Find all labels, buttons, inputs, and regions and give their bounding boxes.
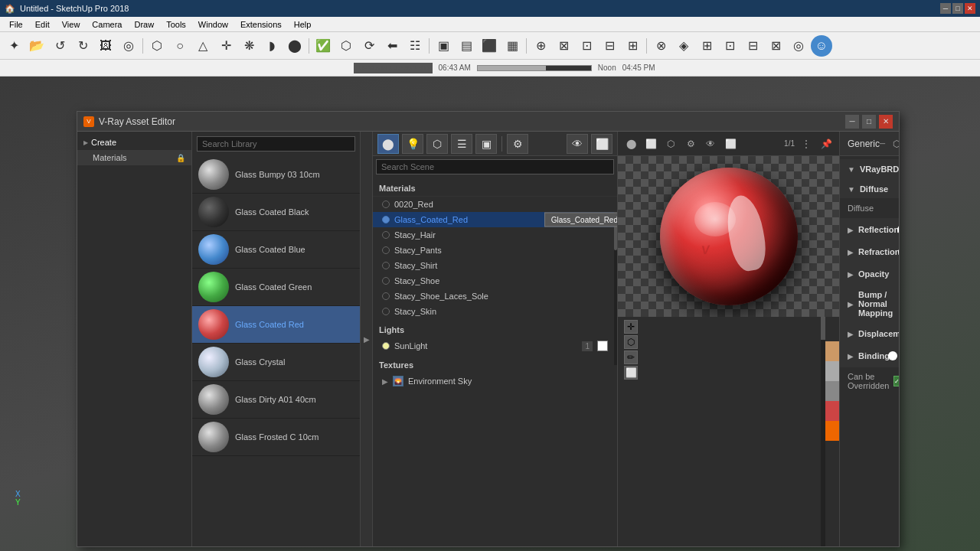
vray-maximize-button[interactable]: □ (862, 115, 876, 129)
tb-orbit[interactable]: ✅ (312, 35, 334, 57)
preview-tb-gear-icon[interactable]: ⚙ (682, 135, 699, 152)
tb-vray5[interactable]: ⊟ (742, 35, 763, 57)
menu-edit[interactable]: Edit (29, 18, 56, 31)
scene-mat-0020red[interactable]: 0020_Red (373, 197, 617, 212)
color-swatch-darkgray[interactable] (825, 381, 839, 401)
time-slider[interactable] (477, 65, 592, 71)
props-section-displacement-header[interactable]: ▶ Displacement (840, 323, 899, 344)
tree-create[interactable]: ▶ Create (77, 135, 191, 150)
menu-extensions[interactable]: Extensions (234, 18, 288, 31)
tb-paint[interactable]: ⬛ (479, 35, 500, 57)
mat-item-glass-coated-black[interactable]: Glass Coated Black (192, 194, 360, 231)
tb-render1[interactable]: ⊕ (530, 35, 551, 57)
scene-texture-env-sky[interactable]: ▶ 🌄 Environment Sky (373, 373, 617, 390)
menu-file[interactable]: File (3, 18, 29, 31)
scene-tb-settings[interactable]: ⚙ (507, 134, 528, 154)
mat-search-input[interactable] (197, 136, 355, 152)
tb-zoom[interactable]: ⟳ (358, 35, 380, 57)
tb-render5[interactable]: ⊞ (622, 35, 643, 57)
tb-render3[interactable]: ⊡ (576, 35, 597, 57)
tb-copy[interactable]: ◎ (118, 35, 139, 57)
preview-tb-sphere-icon[interactable]: ⬤ (622, 135, 639, 152)
preview-tb-cube-icon[interactable]: ⬡ (662, 135, 679, 152)
props-section-vraybrdf-header[interactable]: ▼ VRayBRDF ⋮ (840, 159, 899, 179)
tb-circle[interactable]: ○ (169, 35, 191, 57)
side-icon-3[interactable]: ✏ (624, 350, 638, 364)
menu-view[interactable]: View (56, 18, 87, 31)
mat-item-glass-crystal[interactable]: Glass Crystal (192, 344, 360, 381)
maximize-button[interactable]: □ (952, 3, 963, 14)
tb-rect[interactable]: △ (192, 35, 214, 57)
tb-line[interactable]: ✛ (215, 35, 237, 57)
preview-tb-window2-icon[interactable]: ⬜ (722, 135, 739, 152)
scene-mat-stacy-shoe-laces[interactable]: Stacy_Shoe_Laces_Sole (373, 289, 617, 304)
scene-mat-stacy-shirt[interactable]: Stacy_Shirt (373, 258, 617, 273)
tb-next[interactable]: ☷ (404, 35, 426, 57)
props-action-copy[interactable]: ⬡ (888, 135, 899, 152)
menu-tools[interactable]: Tools (160, 18, 192, 31)
tb-save[interactable]: ↺ (49, 35, 70, 57)
tb-new[interactable]: ✦ (3, 35, 24, 57)
menu-draw[interactable]: Draw (128, 18, 160, 31)
scene-tb-sphere[interactable]: ⬤ (377, 134, 399, 154)
tb-components[interactable]: ▤ (456, 35, 477, 57)
tb-vray4[interactable]: ⊡ (719, 35, 740, 57)
scene-tb-cube[interactable]: ⬡ (426, 134, 448, 154)
menu-help[interactable]: Help (288, 18, 318, 31)
color-swatch-gray[interactable] (825, 361, 839, 381)
tb-render4[interactable]: ⊟ (599, 35, 620, 57)
side-icon-2[interactable]: ⬡ (624, 335, 638, 349)
tb-vray2[interactable]: ◈ (673, 35, 694, 57)
menu-camera[interactable]: Camera (86, 18, 128, 31)
tb-render2[interactable]: ⊠ (553, 35, 574, 57)
tb-section[interactable]: ▦ (501, 35, 523, 57)
tb-cut[interactable]: 🖼 (95, 35, 116, 57)
tb-vray7[interactable]: ◎ (788, 35, 809, 57)
scene-light-sunlight[interactable]: SunLight 1 (373, 337, 617, 354)
preview-tb-square-icon[interactable]: ⬜ (642, 135, 659, 152)
tb-move[interactable]: ⬤ (284, 35, 305, 57)
menu-window[interactable]: Window (192, 18, 234, 31)
props-section-refraction-header[interactable]: ▶ Refraction (840, 241, 899, 262)
side-icon-1[interactable]: ✛ (624, 320, 638, 334)
scene-tb-eye[interactable]: 👁 (567, 134, 588, 154)
preview-tb-menu-icon[interactable]: ⋮ (798, 135, 815, 152)
scene-tb-light[interactable]: 💡 (402, 134, 423, 154)
tb-prev[interactable]: ⬅ (381, 35, 403, 57)
vray-minimize-button[interactable]: ─ (845, 115, 859, 129)
mat-item-glass-frosted[interactable]: Glass Frosted C 10cm (192, 419, 360, 456)
mat-item-glass-coated-blue[interactable]: Glass Coated Blue (192, 231, 360, 269)
preview-tb-fraction[interactable]: 1/1 (784, 139, 795, 148)
tb-vray3[interactable]: ⊞ (696, 35, 717, 57)
side-icon-4[interactable]: ⬜ (624, 366, 638, 380)
tb-rotate[interactable]: ❋ (238, 35, 260, 57)
mat-item-glass-dirty[interactable]: Glass Dirty A01 40cm (192, 381, 360, 419)
preview-tb-pin-icon[interactable]: 📌 (818, 135, 835, 152)
tb-vray8[interactable]: ☺ (811, 35, 832, 57)
can-be-overridden-checkbox[interactable]: ✓ (893, 376, 899, 386)
tb-vray1[interactable]: ⊗ (650, 35, 671, 57)
color-swatch-orange[interactable] (825, 421, 839, 441)
mat-item-glass-bumpy[interactable]: Glass Bumpy 03 10cm (192, 156, 360, 194)
scene-light-color-swatch[interactable] (597, 341, 608, 351)
preview-tb-eye2-icon[interactable]: 👁 (702, 135, 719, 152)
tree-materials[interactable]: Materials 🔒 (77, 150, 191, 165)
sun-position-control[interactable]: J F M A M J J A S O N D (354, 63, 432, 73)
props-section-diffuse-header[interactable]: ▼ Diffuse (840, 180, 899, 198)
props-section-opacity-header[interactable]: ▶ Opacity (840, 263, 899, 285)
scene-mat-stacy-skin[interactable]: Stacy_Skin (373, 304, 617, 319)
minimize-button[interactable]: ─ (940, 3, 951, 14)
tb-vray6[interactable]: ⊠ (765, 35, 786, 57)
scene-search-input[interactable] (376, 159, 614, 174)
scene-mat-stacy-pants[interactable]: Stacy_Pants (373, 243, 617, 258)
tb-select[interactable]: ⬡ (146, 35, 168, 57)
scene-mat-stacy-hair[interactable]: Stacy_Hair (373, 227, 617, 243)
scene-mat-stacy-shoe[interactable]: Stacy_Shoe (373, 273, 617, 289)
color-swatch-red[interactable] (825, 401, 839, 421)
tb-pan[interactable]: ⬡ (335, 35, 357, 57)
props-section-binding-header[interactable]: ▶ Binding (840, 345, 899, 367)
tb-undo[interactable]: ↻ (72, 35, 93, 57)
mat-item-glass-coated-red[interactable]: Glass Coated Red (192, 306, 360, 344)
panel-divider[interactable]: ▶ (361, 132, 373, 546)
tb-measure[interactable]: ▣ (433, 35, 454, 57)
